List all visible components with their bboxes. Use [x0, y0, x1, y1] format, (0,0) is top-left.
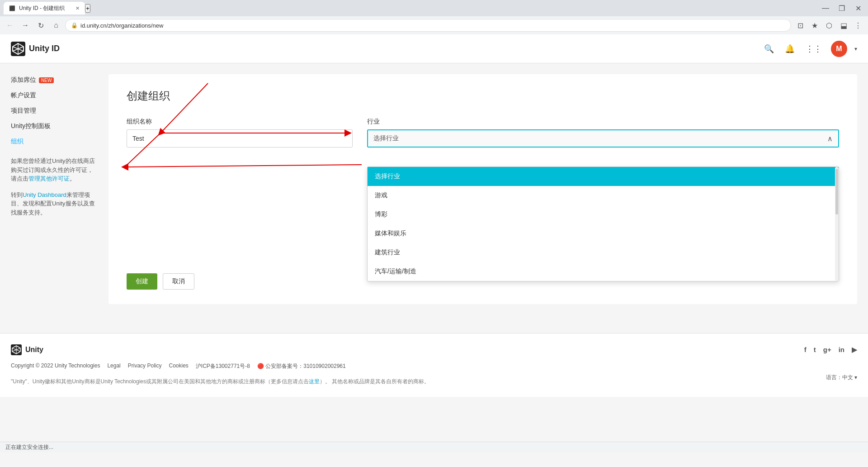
header-right: 🔍 🔔 ⋮⋮ M ▾	[762, 41, 857, 57]
sidebar: 添加席位 new 帐户设置 项目管理 Unity控制面板	[0, 74, 108, 304]
industry-option-games[interactable]: 游戏	[368, 186, 839, 205]
linkedin-icon[interactable]: in	[839, 346, 844, 354]
industry-option-select[interactable]: 选择行业	[368, 167, 839, 186]
sidebar-label-project-management: 项目管理	[11, 107, 36, 115]
sidebar-desc-license-end: 。	[70, 175, 75, 182]
dropdown-scrollbar-thumb	[835, 169, 838, 214]
industry-option-auto[interactable]: 汽车/运输/制造	[368, 262, 839, 281]
cast-button[interactable]: ⊡	[794, 19, 807, 32]
industry-option-gambling[interactable]: 博彩	[368, 205, 839, 224]
main-layout: 添加席位 new 帐户设置 项目管理 Unity控制面板	[0, 63, 868, 315]
browser-right-actions: ⊡ ★ ⬡ ⬓ ⋮	[794, 19, 864, 32]
sidebar-item-unity-dashboard[interactable]: Unity控制面板	[11, 120, 98, 132]
cancel-button[interactable]: 取消	[163, 273, 194, 290]
trademark-link[interactable]: 这里	[309, 378, 320, 385]
address-bar[interactable]: 🔒 id.unity.cn/zh/organizations/new	[65, 19, 791, 32]
sidebar-item-organization[interactable]: 组织	[11, 136, 98, 148]
forward-button[interactable]: →	[19, 19, 32, 32]
facebook-icon[interactable]: f	[804, 346, 807, 354]
footer-icp-link[interactable]: 沪ICP备13002771号-8	[196, 362, 250, 370]
home-button[interactable]: ⌂	[50, 19, 62, 32]
org-name-group: 组织名称	[127, 118, 353, 262]
page-title: 创建组织	[127, 89, 839, 103]
browser-tab-active[interactable]: ⬛ Unity ID - 创建组织 ✕	[4, 2, 85, 14]
sidebar-badge-new: new	[39, 77, 54, 83]
window-restore[interactable]: ❐	[835, 2, 848, 14]
browser-chrome: ⬛ Unity ID - 创建组织 ✕ + — ❐ ✕ ← → ↻ ⌂ 🔒 id…	[0, 0, 868, 34]
footer-links: Copyright © 2022 Unity Technologies Lega…	[11, 362, 857, 370]
content-area: 创建组织 组织名称 行业 选择行业 ∧ 选择行	[108, 74, 857, 304]
industry-select-button[interactable]: 选择行业 ∧	[367, 129, 839, 148]
sidebar-item-add-seat[interactable]: 添加席位 new	[11, 74, 98, 86]
create-button[interactable]: 创建	[127, 273, 157, 290]
save-button[interactable]: ⬓	[837, 19, 850, 32]
site-logo-text: Unity ID	[29, 44, 60, 53]
status-bar: 正在建立安全连接...	[0, 442, 868, 453]
sidebar-label-account-settings: 帐户设置	[11, 91, 36, 100]
footer-copyright-text: Copyright © 2022 Unity Technologies	[11, 362, 100, 370]
extensions-button[interactable]: ⬡	[823, 19, 835, 32]
apps-grid-button[interactable]: ⋮⋮	[804, 42, 824, 56]
footer-privacy-link[interactable]: Privacy Policy	[128, 362, 162, 370]
search-button[interactable]: 🔍	[762, 42, 776, 56]
status-text: 正在建立安全连接...	[5, 443, 53, 451]
window-close[interactable]: ✕	[852, 2, 864, 14]
sidebar-desc-license: 如果您曾经通过Unity的在线商店购买过订阅或永久性的许可证，请点击管理其他许可…	[11, 157, 98, 183]
form-row: 组织名称 行业 选择行业 ∧ 选择行业 游戏 博彩	[127, 118, 839, 262]
industry-label: 行业	[367, 118, 839, 126]
manage-license-link[interactable]: 管理其他许可证	[28, 175, 70, 182]
industry-dropdown-menu: 选择行业 游戏 博彩 媒体和娱乐 建筑行业 汽车/运输/制造	[367, 167, 839, 281]
industry-selected-text: 选择行业	[373, 134, 399, 143]
tab-favicon: ⬛	[9, 5, 15, 11]
settings-button[interactable]: ⋮	[852, 19, 864, 32]
sidebar-desc-dashboard: 转到Unity Dashboard来管理项目、发现和配置Unity服务以及查找服…	[11, 191, 98, 217]
sidebar-label-organization: 组织	[11, 138, 24, 146]
page-wrapper: Unity ID 🔍 🔔 ⋮⋮ M ▾ 添加席位 new 帐户设置	[0, 34, 868, 442]
unity-dashboard-link[interactable]: Unity Dashboard	[23, 191, 66, 198]
footer-top: Unity f t g+ in ▶	[11, 344, 857, 355]
tab-close-btn[interactable]: ✕	[75, 5, 80, 11]
sidebar-label-unity-dashboard: Unity控制面板	[11, 122, 51, 130]
site-footer: Unity f t g+ in ▶ Copyright © 2022 Unity…	[0, 333, 868, 397]
unity-logo-icon	[11, 42, 25, 56]
url-text: id.unity.cn/zh/organizations/new	[80, 22, 163, 29]
browser-toolbar: ← → ↻ ⌂ 🔒 id.unity.cn/zh/organizations/n…	[0, 16, 868, 34]
footer-social: f t g+ in ▶	[804, 346, 857, 354]
sidebar-desc-dashboard-prefix: 转到	[11, 191, 23, 198]
sidebar-item-account-settings[interactable]: 帐户设置	[11, 90, 98, 101]
industry-group: 行业 选择行业 ∧ 选择行业 游戏 博彩 媒体和娱乐 建筑行业 汽车/运输/	[367, 118, 839, 262]
footer-logo-text: Unity	[25, 346, 43, 354]
footer-cookies-link[interactable]: Cookies	[169, 362, 188, 370]
tab-title: Unity ID - 创建组织	[19, 5, 65, 12]
industry-option-media[interactable]: 媒体和娱乐	[368, 224, 839, 243]
industry-dropdown-wrapper: 选择行业 ∧ 选择行业 游戏 博彩 媒体和娱乐 建筑行业 汽车/运输/制造	[367, 129, 839, 262]
googleplus-icon[interactable]: g+	[823, 346, 831, 354]
youtube-icon[interactable]: ▶	[852, 346, 857, 354]
footer-unity-icon	[11, 344, 22, 355]
refresh-button[interactable]: ↻	[34, 19, 47, 32]
dropdown-scrollbar[interactable]	[835, 167, 839, 281]
window-minimize[interactable]: —	[819, 2, 832, 14]
industry-option-construction[interactable]: 建筑行业	[368, 243, 839, 262]
avatar[interactable]: M	[831, 41, 847, 57]
notification-button[interactable]: 🔔	[783, 42, 797, 56]
new-tab-button[interactable]: +	[85, 4, 90, 13]
site-logo: Unity ID	[11, 42, 60, 56]
industry-chevron-up-icon: ∧	[827, 134, 833, 143]
site-header: Unity ID 🔍 🔔 ⋮⋮ M ▾	[0, 34, 868, 63]
footer-logo: Unity	[11, 344, 43, 355]
org-name-input[interactable]	[127, 129, 353, 148]
footer-legal-link[interactable]: Legal	[107, 362, 120, 370]
bookmark-button[interactable]: ★	[808, 19, 821, 32]
header-dropdown-arrow[interactable]: ▾	[854, 46, 857, 52]
sidebar-item-project-management[interactable]: 项目管理	[11, 105, 98, 117]
org-name-label: 组织名称	[127, 118, 353, 126]
footer-language-selector[interactable]: 语言：中文 ▾	[826, 374, 857, 381]
lock-icon: 🔒	[71, 22, 78, 29]
footer-trademark: "Unity"、Unity徽标和其他Unity商标是Unity Technolo…	[11, 377, 429, 386]
sidebar-label-add-seat: 添加席位	[11, 76, 36, 84]
back-button[interactable]: ←	[4, 19, 16, 32]
browser-tab-bar: ⬛ Unity ID - 创建组织 ✕ + — ❐ ✕	[0, 0, 868, 16]
twitter-icon[interactable]: t	[814, 346, 816, 354]
footer-police-record: 🔴 公安部备案号：31010902002961	[257, 362, 346, 370]
